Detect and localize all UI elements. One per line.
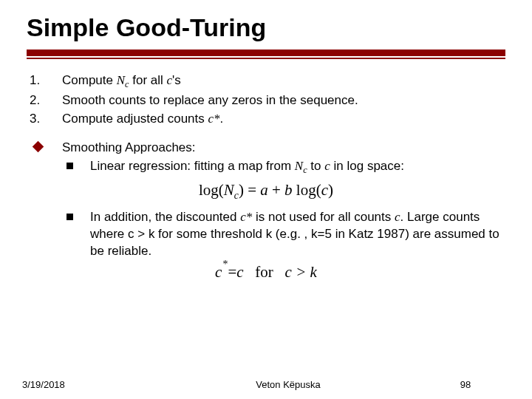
t: in log space: [330, 159, 404, 173]
diamond-icon [30, 140, 62, 157]
fn: log [199, 181, 219, 199]
formula-log: log(Nc) = a + b log(c) [30, 181, 502, 202]
p: ) [239, 181, 244, 199]
sym: N [224, 181, 234, 199]
p: ( [316, 181, 321, 199]
step-item: 3. Compute adjusted counts c*. [30, 111, 502, 128]
step-item: 1. Compute Nc for all c's [30, 72, 502, 91]
math-sym: Nc [295, 159, 307, 173]
t: . [220, 112, 224, 126]
fn: log [293, 181, 316, 199]
step-number: 2. [30, 92, 62, 109]
step-number: 1. [30, 72, 62, 91]
square-icon [62, 209, 90, 260]
p: ( [219, 181, 224, 199]
slide-footer: 3/19/2018 Veton Këpuska 98 [0, 379, 532, 390]
sym: a [260, 181, 268, 199]
slide-title: Simple Good-Turing [27, 13, 505, 42]
bullet-level1: Smoothing Approaches: [30, 140, 502, 157]
t: Compute [62, 73, 117, 87]
step-text: Compute Nc for all c's [62, 72, 502, 91]
op: + [268, 181, 284, 199]
slide-body: 1. Compute Nc for all c's 2. Smooth coun… [27, 72, 505, 282]
step-number: 3. [30, 111, 62, 128]
step-text: Smooth counts to replace any zeros in th… [62, 92, 502, 109]
bullet-level2: In addition, the discounted c* is not us… [62, 209, 502, 260]
footer-page: 98 [421, 379, 510, 390]
math-sym: c [167, 73, 173, 87]
bullet-level2: Linear regression: fitting a map from Nc… [62, 158, 502, 177]
bullet-text: In addition, the discounted c* is not us… [90, 209, 502, 260]
footer-author: Veton Këpuska [155, 379, 421, 390]
rule-thick [27, 50, 505, 56]
formula-threshold: c* = c for c > k [30, 263, 502, 282]
sym: c [236, 263, 243, 282]
sym: c [321, 181, 328, 199]
p: ) [328, 181, 333, 199]
footer-date: 3/19/2018 [22, 379, 155, 390]
sym: N [295, 159, 303, 173]
bullet-text: Linear regression: fitting a map from Nc… [90, 158, 502, 177]
step-text: Compute adjusted counts c*. [62, 111, 502, 128]
bullet-text: Smoothing Approaches: [62, 140, 196, 157]
t: 's [172, 73, 181, 87]
t: Compute adjusted counts [62, 112, 208, 126]
sup: * [222, 259, 228, 270]
math-sym: c [395, 210, 400, 224]
for-word: for [244, 263, 285, 282]
math-sym: c [324, 159, 330, 173]
math-sym: c* [208, 112, 220, 126]
t: In addition, the discounted [90, 210, 240, 224]
eq: = [244, 181, 260, 199]
rule-thin [27, 58, 505, 59]
c-star: c* [215, 263, 228, 282]
t: Linear regression: fitting a map from [90, 159, 295, 173]
math-sym: c* [240, 210, 252, 224]
sym: N [117, 73, 125, 87]
step-item: 2. Smooth counts to replace any zeros in… [30, 92, 502, 109]
cond: c > k [285, 263, 317, 282]
t: is not used for all counts [252, 210, 395, 224]
math-sym: Nc [117, 73, 129, 87]
t: for all [129, 73, 166, 87]
slide: Simple Good-Turing 1. Compute Nc for all… [0, 0, 532, 282]
sym: b [284, 181, 293, 199]
sym: c [215, 263, 222, 281]
eq: = [228, 263, 236, 282]
square-icon [62, 158, 90, 177]
t: to [307, 159, 325, 173]
title-rule [27, 50, 505, 59]
